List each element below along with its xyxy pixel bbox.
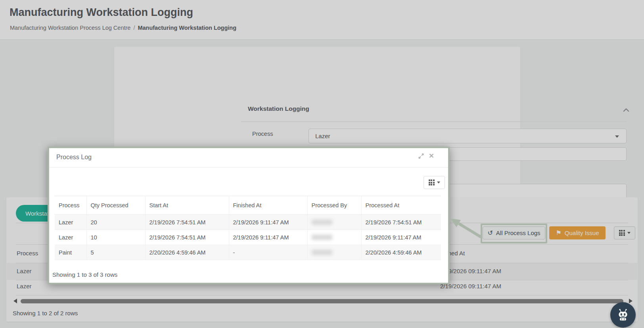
process-log-modal: Process Log × Process Qty Processed Star… — [48, 147, 450, 284]
table-row[interactable]: Lazer 10 2/19/2026 7:54:51 AM 2/19/2026 … — [55, 230, 441, 245]
cell-processed-by — [307, 245, 361, 260]
cell-qty: 20 — [86, 215, 145, 230]
cell-start: 2/19/2026 7:54:51 AM — [145, 215, 229, 230]
col-finished-at[interactable]: Finished At — [229, 196, 307, 215]
cell-qty: 5 — [86, 245, 145, 260]
grid-columns-icon — [429, 179, 435, 185]
cell-process: Paint — [55, 245, 86, 260]
cell-processed-at: 2/19/2026 9:11:47 AM — [361, 230, 441, 245]
app-screen: Manufacturing Workstation Logging Manufa… — [0, 0, 644, 328]
col-processed-by[interactable]: Processed By — [307, 196, 361, 215]
process-log-table: Process Qty Processed Start At Finished … — [55, 196, 441, 260]
col-start-at[interactable]: Start At — [145, 196, 229, 215]
cell-finished: 2/19/2026 9:11:47 AM — [229, 215, 307, 230]
modal-header-divider — [49, 167, 448, 168]
cell-start: 2/19/2026 7:54:51 AM — [145, 230, 229, 245]
table-row[interactable]: Lazer 20 2/19/2026 7:54:51 AM 2/19/2026 … — [55, 215, 441, 230]
chatbot-launcher-button[interactable] — [610, 302, 636, 328]
cell-start: 2/20/2026 4:59:46 AM — [145, 245, 229, 260]
cell-processed-at: 2/19/2026 7:54:51 AM — [361, 215, 441, 230]
table-row[interactable]: Paint 5 2/20/2026 4:59:46 AM - 2/20/2026… — [55, 245, 441, 260]
blurred-value — [312, 220, 332, 225]
cell-process: Lazer — [55, 215, 86, 230]
cell-process: Lazer — [55, 230, 86, 245]
col-processed-at[interactable]: Processed At — [361, 196, 441, 215]
cell-processed-at: 2/20/2026 4:59:46 AM — [361, 245, 441, 260]
table-header-row: Process Qty Processed Start At Finished … — [55, 196, 441, 215]
cell-finished: - — [229, 245, 307, 260]
expand-icon[interactable] — [418, 153, 424, 159]
cell-processed-by — [307, 215, 361, 230]
cell-qty: 10 — [86, 230, 145, 245]
blurred-value — [312, 250, 332, 255]
blurred-value — [312, 235, 332, 240]
caret-down-icon — [437, 181, 440, 183]
cell-processed-by — [307, 230, 361, 245]
modal-title: Process Log — [56, 154, 92, 161]
modal-table-summary: Showing 1 to 3 of 3 rows — [52, 271, 117, 278]
col-qty-processed[interactable]: Qty Processed — [86, 196, 145, 215]
close-icon[interactable]: × — [429, 151, 434, 160]
col-process[interactable]: Process — [55, 196, 86, 215]
robot-icon — [615, 307, 631, 322]
modal-columns-dropdown-button[interactable] — [424, 176, 445, 189]
cell-finished: 2/19/2026 9:11:47 AM — [229, 230, 307, 245]
